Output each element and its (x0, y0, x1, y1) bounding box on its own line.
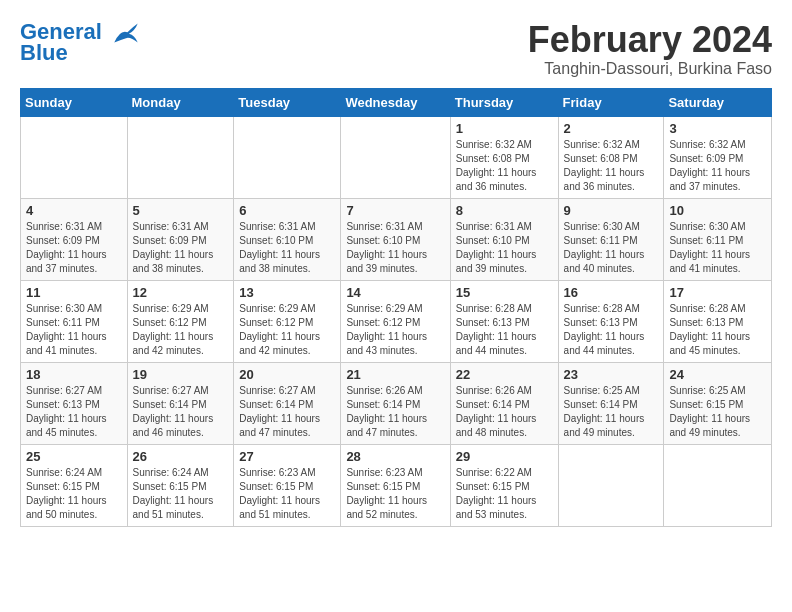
page-header: General Blue February 2024 Tanghin-Dasso… (20, 20, 772, 78)
title-section: February 2024 Tanghin-Dassouri, Burkina … (528, 20, 772, 78)
day-number: 11 (26, 285, 122, 300)
weekday-header: Tuesday (234, 88, 341, 116)
calendar-cell (341, 116, 450, 198)
calendar-week-row: 1Sunrise: 6:32 AM Sunset: 6:08 PM Daylig… (21, 116, 772, 198)
logo-bird-icon (112, 22, 140, 44)
day-info: Sunrise: 6:29 AM Sunset: 6:12 PM Dayligh… (346, 302, 444, 358)
day-info: Sunrise: 6:32 AM Sunset: 6:08 PM Dayligh… (456, 138, 553, 194)
calendar-cell (127, 116, 234, 198)
day-info: Sunrise: 6:27 AM Sunset: 6:14 PM Dayligh… (133, 384, 229, 440)
day-info: Sunrise: 6:32 AM Sunset: 6:09 PM Dayligh… (669, 138, 766, 194)
day-number: 1 (456, 121, 553, 136)
calendar-cell: 9Sunrise: 6:30 AM Sunset: 6:11 PM Daylig… (558, 198, 664, 280)
day-number: 6 (239, 203, 335, 218)
day-number: 17 (669, 285, 766, 300)
day-info: Sunrise: 6:30 AM Sunset: 6:11 PM Dayligh… (26, 302, 122, 358)
day-number: 23 (564, 367, 659, 382)
day-number: 20 (239, 367, 335, 382)
day-number: 4 (26, 203, 122, 218)
calendar-cell: 15Sunrise: 6:28 AM Sunset: 6:13 PM Dayli… (450, 280, 558, 362)
day-number: 10 (669, 203, 766, 218)
calendar-cell: 22Sunrise: 6:26 AM Sunset: 6:14 PM Dayli… (450, 362, 558, 444)
day-info: Sunrise: 6:32 AM Sunset: 6:08 PM Dayligh… (564, 138, 659, 194)
day-info: Sunrise: 6:31 AM Sunset: 6:10 PM Dayligh… (239, 220, 335, 276)
day-number: 16 (564, 285, 659, 300)
day-number: 7 (346, 203, 444, 218)
day-info: Sunrise: 6:29 AM Sunset: 6:12 PM Dayligh… (133, 302, 229, 358)
day-number: 21 (346, 367, 444, 382)
day-info: Sunrise: 6:24 AM Sunset: 6:15 PM Dayligh… (26, 466, 122, 522)
day-info: Sunrise: 6:31 AM Sunset: 6:09 PM Dayligh… (26, 220, 122, 276)
calendar-cell: 5Sunrise: 6:31 AM Sunset: 6:09 PM Daylig… (127, 198, 234, 280)
day-number: 15 (456, 285, 553, 300)
day-info: Sunrise: 6:31 AM Sunset: 6:09 PM Dayligh… (133, 220, 229, 276)
weekday-header: Saturday (664, 88, 772, 116)
calendar-cell: 1Sunrise: 6:32 AM Sunset: 6:08 PM Daylig… (450, 116, 558, 198)
calendar-cell: 26Sunrise: 6:24 AM Sunset: 6:15 PM Dayli… (127, 444, 234, 526)
day-info: Sunrise: 6:29 AM Sunset: 6:12 PM Dayligh… (239, 302, 335, 358)
day-number: 5 (133, 203, 229, 218)
calendar-cell: 17Sunrise: 6:28 AM Sunset: 6:13 PM Dayli… (664, 280, 772, 362)
calendar-table: SundayMondayTuesdayWednesdayThursdayFrid… (20, 88, 772, 527)
calendar-cell: 12Sunrise: 6:29 AM Sunset: 6:12 PM Dayli… (127, 280, 234, 362)
page-title: February 2024 (528, 20, 772, 60)
calendar-cell: 13Sunrise: 6:29 AM Sunset: 6:12 PM Dayli… (234, 280, 341, 362)
day-number: 13 (239, 285, 335, 300)
weekday-header: Sunday (21, 88, 128, 116)
calendar-cell: 14Sunrise: 6:29 AM Sunset: 6:12 PM Dayli… (341, 280, 450, 362)
calendar-cell: 20Sunrise: 6:27 AM Sunset: 6:14 PM Dayli… (234, 362, 341, 444)
calendar-week-row: 11Sunrise: 6:30 AM Sunset: 6:11 PM Dayli… (21, 280, 772, 362)
day-info: Sunrise: 6:28 AM Sunset: 6:13 PM Dayligh… (456, 302, 553, 358)
day-info: Sunrise: 6:27 AM Sunset: 6:13 PM Dayligh… (26, 384, 122, 440)
calendar-cell: 7Sunrise: 6:31 AM Sunset: 6:10 PM Daylig… (341, 198, 450, 280)
day-info: Sunrise: 6:26 AM Sunset: 6:14 PM Dayligh… (456, 384, 553, 440)
calendar-week-row: 18Sunrise: 6:27 AM Sunset: 6:13 PM Dayli… (21, 362, 772, 444)
day-info: Sunrise: 6:31 AM Sunset: 6:10 PM Dayligh… (346, 220, 444, 276)
day-number: 28 (346, 449, 444, 464)
calendar-cell (21, 116, 128, 198)
day-number: 8 (456, 203, 553, 218)
day-number: 24 (669, 367, 766, 382)
calendar-cell: 27Sunrise: 6:23 AM Sunset: 6:15 PM Dayli… (234, 444, 341, 526)
calendar-cell: 4Sunrise: 6:31 AM Sunset: 6:09 PM Daylig… (21, 198, 128, 280)
calendar-cell: 11Sunrise: 6:30 AM Sunset: 6:11 PM Dayli… (21, 280, 128, 362)
day-number: 26 (133, 449, 229, 464)
calendar-header-row: SundayMondayTuesdayWednesdayThursdayFrid… (21, 88, 772, 116)
day-info: Sunrise: 6:26 AM Sunset: 6:14 PM Dayligh… (346, 384, 444, 440)
weekday-header: Friday (558, 88, 664, 116)
calendar-cell (234, 116, 341, 198)
calendar-cell: 16Sunrise: 6:28 AM Sunset: 6:13 PM Dayli… (558, 280, 664, 362)
day-info: Sunrise: 6:25 AM Sunset: 6:14 PM Dayligh… (564, 384, 659, 440)
calendar-cell: 25Sunrise: 6:24 AM Sunset: 6:15 PM Dayli… (21, 444, 128, 526)
day-number: 3 (669, 121, 766, 136)
calendar-cell: 8Sunrise: 6:31 AM Sunset: 6:10 PM Daylig… (450, 198, 558, 280)
calendar-cell: 21Sunrise: 6:26 AM Sunset: 6:14 PM Dayli… (341, 362, 450, 444)
weekday-header: Thursday (450, 88, 558, 116)
page-subtitle: Tanghin-Dassouri, Burkina Faso (528, 60, 772, 78)
calendar-cell: 2Sunrise: 6:32 AM Sunset: 6:08 PM Daylig… (558, 116, 664, 198)
day-info: Sunrise: 6:27 AM Sunset: 6:14 PM Dayligh… (239, 384, 335, 440)
calendar-cell: 10Sunrise: 6:30 AM Sunset: 6:11 PM Dayli… (664, 198, 772, 280)
logo: General Blue (20, 20, 140, 66)
day-number: 27 (239, 449, 335, 464)
day-info: Sunrise: 6:28 AM Sunset: 6:13 PM Dayligh… (564, 302, 659, 358)
day-number: 14 (346, 285, 444, 300)
day-info: Sunrise: 6:23 AM Sunset: 6:15 PM Dayligh… (346, 466, 444, 522)
day-info: Sunrise: 6:25 AM Sunset: 6:15 PM Dayligh… (669, 384, 766, 440)
day-number: 19 (133, 367, 229, 382)
day-number: 9 (564, 203, 659, 218)
day-info: Sunrise: 6:22 AM Sunset: 6:15 PM Dayligh… (456, 466, 553, 522)
calendar-cell: 18Sunrise: 6:27 AM Sunset: 6:13 PM Dayli… (21, 362, 128, 444)
calendar-cell: 28Sunrise: 6:23 AM Sunset: 6:15 PM Dayli… (341, 444, 450, 526)
calendar-week-row: 25Sunrise: 6:24 AM Sunset: 6:15 PM Dayli… (21, 444, 772, 526)
calendar-cell (664, 444, 772, 526)
day-number: 2 (564, 121, 659, 136)
day-number: 25 (26, 449, 122, 464)
day-info: Sunrise: 6:23 AM Sunset: 6:15 PM Dayligh… (239, 466, 335, 522)
calendar-cell: 24Sunrise: 6:25 AM Sunset: 6:15 PM Dayli… (664, 362, 772, 444)
day-info: Sunrise: 6:24 AM Sunset: 6:15 PM Dayligh… (133, 466, 229, 522)
calendar-cell (558, 444, 664, 526)
day-info: Sunrise: 6:28 AM Sunset: 6:13 PM Dayligh… (669, 302, 766, 358)
calendar-cell: 6Sunrise: 6:31 AM Sunset: 6:10 PM Daylig… (234, 198, 341, 280)
calendar-cell: 19Sunrise: 6:27 AM Sunset: 6:14 PM Dayli… (127, 362, 234, 444)
